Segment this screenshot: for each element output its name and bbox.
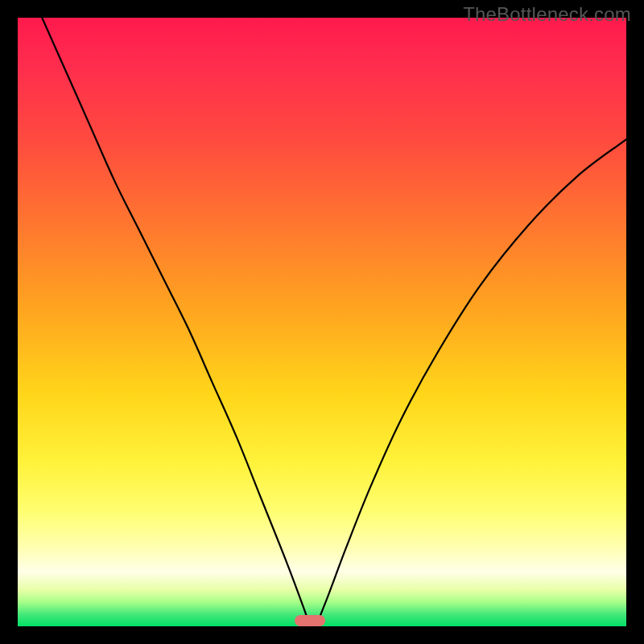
chart-frame: TheBottleneck.com: [0, 0, 644, 644]
minimum-marker: [295, 615, 325, 626]
bottleneck-curve: [18, 18, 626, 626]
plot-area: [18, 18, 626, 626]
curve-left-branch: [42, 18, 310, 626]
curve-right-branch: [316, 139, 626, 626]
watermark-text: TheBottleneck.com: [463, 3, 631, 26]
